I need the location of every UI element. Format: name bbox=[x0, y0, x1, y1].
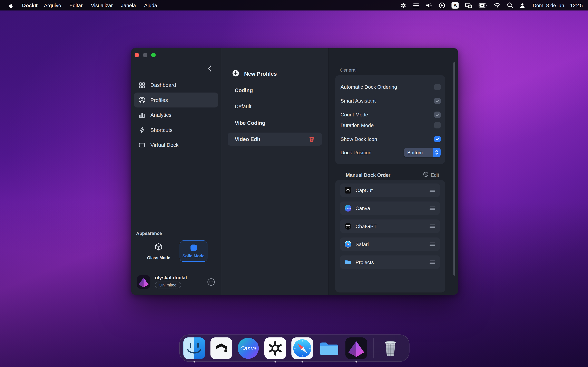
sidebar-item-label: Shortcuts bbox=[150, 127, 173, 133]
menu-arquivo[interactable]: Arquivo bbox=[40, 2, 65, 8]
back-chevron-icon[interactable] bbox=[206, 64, 213, 73]
glass-mode-button[interactable]: Glass Mode bbox=[143, 240, 174, 262]
sidebar-nav: Dashboard Profiles Analytics bbox=[134, 77, 218, 152]
capcut-icon bbox=[345, 187, 351, 194]
order-row-canva[interactable]: Canva Canva bbox=[340, 201, 440, 215]
manual-dock-order-card: CapCut Canva Canva bbox=[335, 180, 445, 292]
screen-mirroring-icon[interactable] bbox=[465, 2, 472, 8]
order-row-projects[interactable]: Projects bbox=[340, 256, 440, 269]
menu-editar[interactable]: Editar bbox=[65, 2, 87, 8]
dock-dockit-icon[interactable] bbox=[346, 337, 367, 359]
sidebar-item-profiles[interactable]: Profiles bbox=[134, 92, 218, 108]
dock-position-value: Bottom bbox=[404, 150, 433, 155]
dock: Canva bbox=[179, 334, 410, 362]
minimize-button[interactable] bbox=[143, 53, 147, 57]
account-section: olyskal.dockit Unlimited bbox=[137, 275, 216, 290]
new-profiles-button[interactable]: New Profiles bbox=[232, 68, 277, 79]
wifi-icon[interactable] bbox=[494, 3, 501, 8]
smart-assistant-checkbox[interactable] bbox=[434, 98, 441, 104]
account-name: olyskal.dockit bbox=[155, 275, 187, 281]
dock-safari-icon[interactable] bbox=[291, 337, 313, 359]
popup-chevrons-icon bbox=[433, 148, 441, 157]
dock-canva-icon[interactable]: Canva bbox=[237, 337, 259, 359]
menubar-date: Dom. 8 de jun. bbox=[533, 2, 566, 8]
menu-visualizar[interactable]: Visualizar bbox=[87, 2, 117, 8]
drag-handle-icon[interactable] bbox=[429, 224, 435, 229]
menu-bar: DockIt Arquivo Editar Visualizar Janela … bbox=[0, 0, 588, 10]
zoom-button[interactable] bbox=[151, 53, 156, 57]
sidebar-item-virtual-dock[interactable]: Virtual Dock bbox=[134, 137, 218, 152]
setting-label: Smart Assistant bbox=[341, 98, 376, 104]
dockit-window: Dashboard Profiles Analytics bbox=[131, 48, 458, 295]
order-row-chatgpt[interactable]: ChatGPT bbox=[340, 219, 440, 233]
dock-chatgpt-icon[interactable] bbox=[264, 337, 286, 359]
setting-row-show-dock-icon: Show Dock Icon bbox=[341, 135, 441, 143]
profiles-panel: New Profiles Coding Default Vibe Coding … bbox=[221, 48, 329, 295]
dock-trash-icon[interactable] bbox=[380, 337, 401, 359]
avatar[interactable] bbox=[137, 275, 150, 289]
order-row-capcut[interactable]: CapCut bbox=[340, 184, 440, 197]
drag-handle-icon[interactable] bbox=[429, 188, 435, 193]
order-row-safari[interactable]: Safari bbox=[340, 237, 440, 251]
setting-label: Show Dock Icon bbox=[341, 136, 377, 142]
menu-janela[interactable]: Janela bbox=[117, 2, 140, 8]
input-source-icon[interactable]: A bbox=[452, 2, 459, 8]
solid-mode-button[interactable]: Solid Mode bbox=[180, 240, 208, 262]
drag-handle-icon[interactable] bbox=[429, 242, 435, 247]
dock-position-dropdown[interactable]: Bottom bbox=[404, 148, 441, 157]
show-dock-icon-checkbox[interactable] bbox=[434, 136, 441, 142]
profile-row-video-edit[interactable]: Video Edit bbox=[228, 133, 322, 146]
duration-mode-checkbox[interactable] bbox=[434, 122, 441, 128]
sidebar-item-dashboard[interactable]: Dashboard bbox=[134, 77, 218, 92]
setting-label: Automatic Dock Ordering bbox=[341, 84, 397, 90]
scrollbar[interactable] bbox=[453, 62, 455, 276]
menubar-clock[interactable]: Dom. 8 de jun. 12:45 bbox=[533, 2, 583, 8]
dock-projects-folder-icon[interactable] bbox=[318, 337, 340, 359]
profile-row-coding[interactable]: Coding bbox=[228, 83, 322, 97]
setting-row-dock-position: Dock Position Bottom bbox=[341, 148, 441, 157]
chatgpt-status-icon[interactable] bbox=[400, 2, 407, 8]
dock-capcut-icon[interactable] bbox=[210, 337, 232, 359]
automatic-dock-ordering-checkbox[interactable] bbox=[434, 84, 441, 90]
edit-button[interactable]: Edit bbox=[423, 171, 439, 178]
user-status-icon[interactable] bbox=[520, 2, 526, 8]
setting-row-automatic-dock-ordering: Automatic Dock Ordering bbox=[341, 83, 441, 91]
profile-row-vibe-coding[interactable]: Vibe Coding bbox=[228, 116, 322, 129]
battery-icon[interactable] bbox=[479, 3, 488, 8]
spotlight-search-icon[interactable] bbox=[507, 2, 513, 8]
solid-mode-label: Solid Mode bbox=[182, 253, 205, 258]
setting-row-smart-assistant: Smart Assistant bbox=[341, 97, 441, 105]
general-section-title: General bbox=[340, 67, 356, 73]
volume-icon[interactable] bbox=[426, 2, 432, 8]
folder-icon bbox=[345, 259, 351, 266]
new-profiles-label: New Profiles bbox=[244, 71, 277, 77]
close-button[interactable] bbox=[135, 53, 139, 57]
settings-panel: General Automatic Dock Ordering Smart As… bbox=[329, 48, 458, 295]
setting-row-duration-mode: Duration Mode bbox=[341, 121, 441, 129]
profile-name: Coding bbox=[235, 87, 253, 93]
account-more-icon[interactable] bbox=[207, 278, 215, 286]
profile-name: Default bbox=[235, 103, 251, 109]
order-app-name: CapCut bbox=[355, 187, 373, 193]
drag-handle-icon[interactable] bbox=[429, 259, 435, 265]
canva-logo-text: Canva bbox=[345, 205, 351, 212]
apple-logo-icon[interactable] bbox=[8, 2, 14, 8]
manual-dock-order-title: Manual Dock Order bbox=[346, 172, 390, 178]
manual-dock-order-header: Manual Dock Order Edit bbox=[346, 171, 439, 178]
sidebar-item-analytics[interactable]: Analytics bbox=[134, 108, 218, 122]
menu-ajuda[interactable]: Ajuda bbox=[140, 2, 161, 8]
drag-handle-icon[interactable] bbox=[429, 206, 435, 211]
count-mode-checkbox[interactable] bbox=[434, 111, 441, 118]
delete-profile-trash-icon[interactable] bbox=[309, 136, 315, 142]
dock-rect-icon bbox=[138, 141, 146, 149]
menubar-app-name[interactable]: DockIt bbox=[20, 2, 40, 8]
dock-finder-icon[interactable] bbox=[183, 337, 205, 359]
list-status-icon[interactable] bbox=[413, 2, 419, 8]
sidebar-item-label: Dashboard bbox=[150, 82, 176, 88]
appearance-section: Appearance Glass Mode Solid Mode bbox=[136, 231, 216, 262]
profile-name: Video Edit bbox=[235, 136, 260, 142]
person-icon bbox=[138, 96, 146, 104]
profile-row-default[interactable]: Default bbox=[228, 100, 322, 113]
sidebar-item-shortcuts[interactable]: Shortcuts bbox=[134, 123, 218, 137]
now-playing-icon[interactable] bbox=[439, 2, 445, 8]
